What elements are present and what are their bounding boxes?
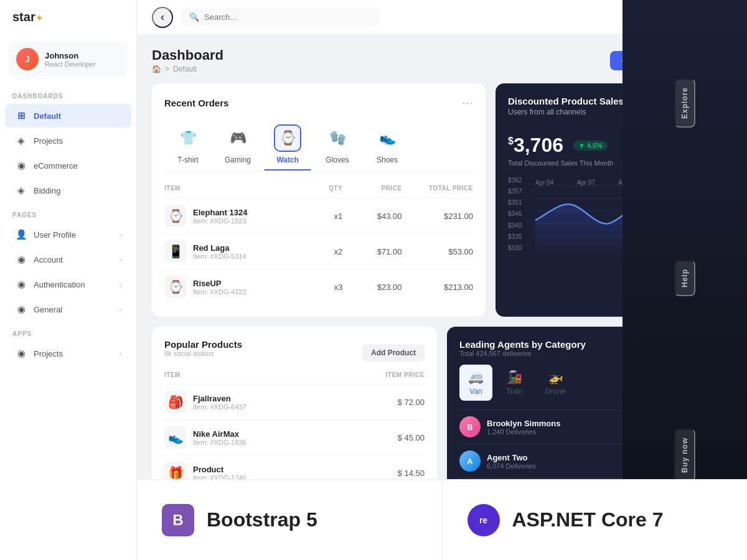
list-item: 👟 Nike AirMax Item: #XDG-1836 $ 45.00 xyxy=(164,419,425,455)
chart-y-labels: $362 $357 $351 $346 $340 $335 $330 xyxy=(508,177,522,251)
bidding-icon: ◈ xyxy=(15,184,27,197)
agent-name: Brooklyn Simmons xyxy=(487,419,639,428)
order-item-image: ⌚ xyxy=(164,276,187,298)
drone-icon: 🚁 xyxy=(548,370,563,385)
y-label-2: $357 xyxy=(508,188,522,195)
agent-deliveries: 6,074 Deliveries xyxy=(487,462,632,470)
order-item-name: Elephant 1324 xyxy=(193,208,247,217)
tab-gloves[interactable]: 🧤 Gloves xyxy=(314,119,361,170)
sidebar-item-projects[interactable]: ◈ Projects xyxy=(5,129,131,152)
product-price: $ 45.00 xyxy=(338,433,425,442)
sidebar-item-label: eCommerce xyxy=(34,161,78,170)
aspnet-overlay: re ASP.NET Core 7 xyxy=(442,479,748,560)
chevron-down-icon: › xyxy=(119,256,121,263)
shoes-icon: 👟 xyxy=(374,124,401,152)
table-row: 📱 Red Laga Item: #XDG-5314 x2 $71.00 $53… xyxy=(164,233,473,269)
sidebar-item-label: User Profile xyxy=(34,230,76,240)
help-button[interactable]: Help xyxy=(674,260,695,296)
breadcrumb-separator: > xyxy=(165,65,169,73)
y-label-7: $330 xyxy=(508,245,522,251)
y-label-5: $340 xyxy=(508,222,522,229)
tab-shoes-label: Shoes xyxy=(377,156,398,164)
tshirt-icon: 👕 xyxy=(174,124,202,152)
product-name: Product xyxy=(193,465,247,474)
agents-subtitle: Total 424,567 deliveries xyxy=(459,350,586,357)
search-bar[interactable]: 🔍 xyxy=(181,8,380,26)
tab-shoes[interactable]: 👟 Shoes xyxy=(364,119,411,170)
order-total: $213.00 xyxy=(402,282,473,292)
order-price: $43.00 xyxy=(342,212,402,221)
list-item: 🎒 Fjallraven Item: #XDG-6437 $ 72.00 xyxy=(164,384,425,419)
tab-train[interactable]: 🚂 Train xyxy=(497,365,532,401)
table-row: ⌚ RiseUP Item: #XDG-4222 x3 $23.00 $213.… xyxy=(164,269,473,304)
col-price: PRICE xyxy=(342,185,402,192)
tab-van[interactable]: 🚐 Van xyxy=(459,365,492,401)
sidebar-item-bidding[interactable]: ◈ Bidding xyxy=(5,179,131,202)
order-price: $23.00 xyxy=(342,282,402,292)
gaming-icon: 🎮 xyxy=(224,124,251,152)
collapse-sidebar-button[interactable]: ‹ xyxy=(152,7,173,28)
gloves-icon: 🧤 xyxy=(324,124,351,152)
sidebar-item-default[interactable]: ⊞ Default xyxy=(5,104,131,128)
tab-drone-label: Drone xyxy=(545,387,566,396)
search-input[interactable] xyxy=(204,12,329,22)
tab-gloves-label: Gloves xyxy=(326,156,349,164)
explore-button[interactable]: Explore xyxy=(674,78,695,128)
trend-badge: ▼ 4.5% xyxy=(573,141,608,151)
sidebar-item-general[interactable]: ◉ General › xyxy=(5,297,131,321)
order-item-name: Red Laga xyxy=(193,243,247,253)
sidebar-item-apps-projects[interactable]: ◉ Projects › xyxy=(5,342,131,365)
popular-products-header: Popular Products 8k social visitors Add … xyxy=(164,339,425,366)
table-row: ⌚ Elephant 1324 Item: #XDG-1523 x1 $43.0… xyxy=(164,198,473,233)
user-profile-card[interactable]: J Johnson React Developer xyxy=(9,42,128,77)
bootstrap-overlay: B Bootstrap 5 xyxy=(137,479,442,560)
col-item: ITEM xyxy=(164,185,283,192)
ecommerce-icon: ◉ xyxy=(15,159,27,172)
logo: star✦ xyxy=(0,0,136,34)
tab-gaming-label: Gaming xyxy=(225,156,251,164)
col-qty: QTY xyxy=(283,185,342,192)
add-product-button[interactable]: Add Product xyxy=(362,344,425,362)
tab-tshirt[interactable]: 👕 T-shirt xyxy=(164,119,212,170)
right-side-panel: Explore Help Buy now xyxy=(622,0,747,560)
product-info: 🎒 Fjallraven Item: #XDG-6437 xyxy=(164,391,338,413)
tab-drone[interactable]: 🚁 Drone xyxy=(537,365,575,401)
projects-icon: ◈ xyxy=(15,134,27,147)
order-item-details: RiseUP Item: #XDG-4222 xyxy=(193,279,247,296)
popular-products-title: Popular Products xyxy=(164,339,242,350)
sidebar-item-user-profile[interactable]: 👤 User Profile › xyxy=(5,223,131,246)
more-menu-icon[interactable]: ⋯ xyxy=(462,96,473,110)
sidebar-item-account[interactable]: ◉ Account › xyxy=(5,248,131,271)
account-icon: ◉ xyxy=(15,253,27,266)
order-item-info: ⌚ Elephant 1324 Item: #XDG-1523 xyxy=(164,205,283,227)
user-icon: 👤 xyxy=(15,228,27,241)
section-title-apps: APPS xyxy=(0,322,136,341)
order-item-id: Item: #XDG-1523 xyxy=(193,217,247,225)
order-price: $71.00 xyxy=(342,247,402,256)
buy-now-button[interactable]: Buy now xyxy=(674,429,695,482)
bootstrap-text: Bootstrap 5 xyxy=(207,508,317,531)
order-total: $53.00 xyxy=(402,247,473,256)
tab-tshirt-label: T-shirt xyxy=(177,156,198,164)
bottom-overlay: B Bootstrap 5 re ASP.NET Core 7 xyxy=(137,479,747,560)
order-item-info: 📱 Red Laga Item: #XDG-5314 xyxy=(164,240,283,263)
tab-train-label: Train xyxy=(506,387,523,396)
search-icon: 🔍 xyxy=(189,12,199,22)
chevron-down-icon: › xyxy=(119,281,121,288)
sidebar-item-authentication[interactable]: ◉ Authentication › xyxy=(5,273,131,296)
agent-details: Brooklyn Simmons 1,240 Deliveries xyxy=(487,419,639,436)
tab-watch[interactable]: ⌚ Watch xyxy=(264,119,311,170)
section-title-pages: PAGES xyxy=(0,203,136,222)
agent-name: Agent Two xyxy=(487,453,632,462)
order-total: $231.00 xyxy=(402,212,473,221)
agents-title: Leading Agents by Category xyxy=(459,339,586,350)
category-tabs: 👕 T-shirt 🎮 Gaming ⌚ Watch 🧤 xyxy=(164,119,473,171)
tab-gaming[interactable]: 🎮 Gaming xyxy=(214,119,261,170)
sidebar-item-label: Account xyxy=(34,255,63,264)
sidebar-item-label: Default xyxy=(34,111,61,121)
recent-orders-card: Recent Orders ⋯ 👕 T-shirt 🎮 Gaming xyxy=(152,83,486,317)
breadcrumb-home-icon: 🏠 xyxy=(152,65,161,73)
bootstrap-icon: B xyxy=(162,504,194,536)
popular-products-subtitle: 8k social visitors xyxy=(164,350,242,357)
sidebar-item-ecommerce[interactable]: ◉ eCommerce xyxy=(5,154,131,177)
